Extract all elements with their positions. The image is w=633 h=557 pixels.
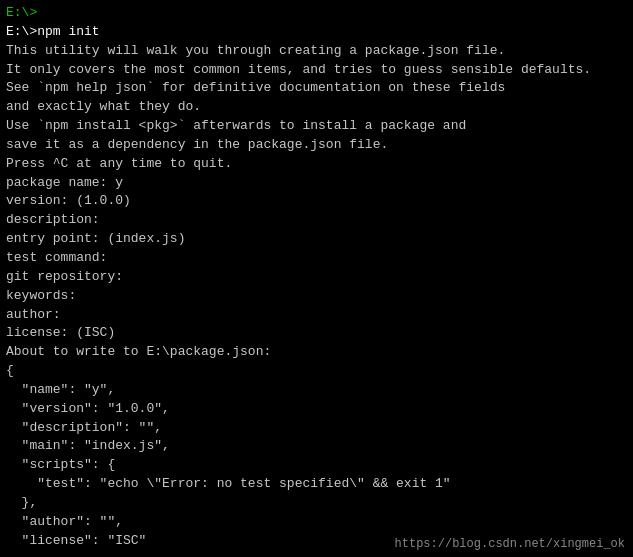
terminal-line: Use `npm install <pkg>` afterwards to in… bbox=[6, 117, 627, 136]
terminal-line: git repository: bbox=[6, 268, 627, 287]
terminal-line: About to write to E:\package.json: bbox=[6, 343, 627, 362]
terminal-line: save it as a dependency in the package.j… bbox=[6, 136, 627, 155]
terminal-line: E:\> bbox=[6, 4, 627, 23]
terminal-line: keywords: bbox=[6, 287, 627, 306]
terminal-line: "main": "index.js", bbox=[6, 437, 627, 456]
terminal-line: description: bbox=[6, 211, 627, 230]
terminal-line: }, bbox=[6, 494, 627, 513]
terminal-line: license: (ISC) bbox=[6, 324, 627, 343]
terminal-line: "author": "", bbox=[6, 513, 627, 532]
terminal-window: E:\>E:\>npm initThis utility will walk y… bbox=[0, 0, 633, 557]
terminal-line: Press ^C at any time to quit. bbox=[6, 155, 627, 174]
terminal-line: version: (1.0.0) bbox=[6, 192, 627, 211]
terminal-line: package name: y bbox=[6, 174, 627, 193]
terminal-line: "description": "", bbox=[6, 419, 627, 438]
terminal-line: "scripts": { bbox=[6, 456, 627, 475]
terminal-line: test command: bbox=[6, 249, 627, 268]
terminal-line: E:\>npm init bbox=[6, 23, 627, 42]
terminal-line: { bbox=[6, 362, 627, 381]
terminal-line: "test": "echo \"Error: no test specified… bbox=[6, 475, 627, 494]
terminal-line: It only covers the most common items, an… bbox=[6, 61, 627, 80]
watermark: https://blog.csdn.net/xingmei_ok bbox=[395, 537, 625, 551]
terminal-line: entry point: (index.js) bbox=[6, 230, 627, 249]
terminal-line: and exactly what they do. bbox=[6, 98, 627, 117]
terminal-line: "name": "y", bbox=[6, 381, 627, 400]
terminal-output: E:\>E:\>npm initThis utility will walk y… bbox=[6, 4, 627, 550]
terminal-line: This utility will walk you through creat… bbox=[6, 42, 627, 61]
terminal-line: author: bbox=[6, 306, 627, 325]
terminal-line: "version": "1.0.0", bbox=[6, 400, 627, 419]
terminal-line: See `npm help json` for definitive docum… bbox=[6, 79, 627, 98]
